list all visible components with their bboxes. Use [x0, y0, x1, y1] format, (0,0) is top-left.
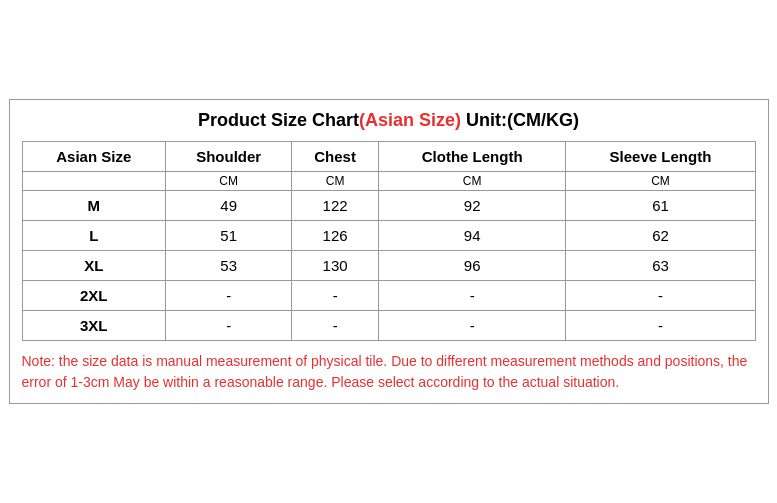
cell-4-3: -: [378, 311, 566, 341]
cell-0-0: M: [22, 191, 165, 221]
cell-1-1: 51: [165, 221, 291, 251]
col-header-shoulder: Shoulder: [165, 142, 291, 172]
table-header-row: Asian Size Shoulder Chest Clothe Length …: [22, 142, 755, 172]
col-header-chest: Chest: [292, 142, 379, 172]
unit-asian-size: [22, 172, 165, 191]
cell-1-4: 62: [566, 221, 755, 251]
cell-1-0: L: [22, 221, 165, 251]
cell-4-0: 3XL: [22, 311, 165, 341]
table-unit-row: CM CM CM CM: [22, 172, 755, 191]
size-table: Asian Size Shoulder Chest Clothe Length …: [22, 141, 756, 341]
cell-1-2: 126: [292, 221, 379, 251]
unit-chest: CM: [292, 172, 379, 191]
cell-4-2: -: [292, 311, 379, 341]
col-header-clothe-length: Clothe Length: [378, 142, 566, 172]
cell-0-4: 61: [566, 191, 755, 221]
cell-4-1: -: [165, 311, 291, 341]
table-row: XL531309663: [22, 251, 755, 281]
col-header-sleeve-length: Sleeve Length: [566, 142, 755, 172]
table-body: M491229261L511269462XL5313096632XL----3X…: [22, 191, 755, 341]
table-row: M491229261: [22, 191, 755, 221]
cell-3-4: -: [566, 281, 755, 311]
cell-0-1: 49: [165, 191, 291, 221]
cell-2-3: 96: [378, 251, 566, 281]
unit-shoulder: CM: [165, 172, 291, 191]
cell-2-4: 63: [566, 251, 755, 281]
cell-2-1: 53: [165, 251, 291, 281]
chart-title: Product Size Chart(Asian Size) Unit:(CM/…: [22, 110, 756, 131]
note-text: Note: the size data is manual measuremen…: [22, 351, 756, 393]
cell-0-3: 92: [378, 191, 566, 221]
table-row: 3XL----: [22, 311, 755, 341]
cell-3-3: -: [378, 281, 566, 311]
cell-2-0: XL: [22, 251, 165, 281]
cell-3-2: -: [292, 281, 379, 311]
table-row: 2XL----: [22, 281, 755, 311]
cell-2-2: 130: [292, 251, 379, 281]
unit-sleeve-length: CM: [566, 172, 755, 191]
size-chart-container: Product Size Chart(Asian Size) Unit:(CM/…: [9, 99, 769, 404]
unit-clothe-length: CM: [378, 172, 566, 191]
col-header-asian-size: Asian Size: [22, 142, 165, 172]
cell-0-2: 122: [292, 191, 379, 221]
table-row: L511269462: [22, 221, 755, 251]
cell-1-3: 94: [378, 221, 566, 251]
title-highlight: (Asian Size): [359, 110, 461, 130]
cell-3-0: 2XL: [22, 281, 165, 311]
title-text-after: Unit:(CM/KG): [461, 110, 579, 130]
cell-4-4: -: [566, 311, 755, 341]
cell-3-1: -: [165, 281, 291, 311]
title-text-before: Product Size Chart: [198, 110, 359, 130]
